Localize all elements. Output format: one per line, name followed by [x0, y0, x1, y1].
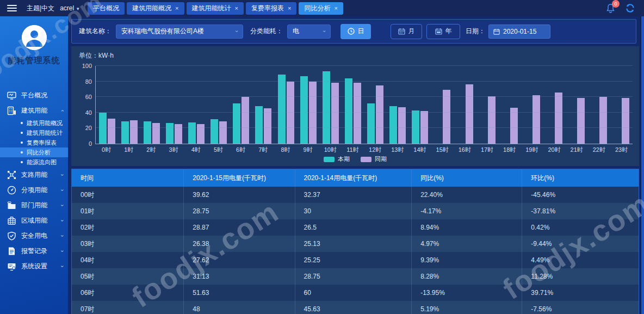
month-granularity-button[interactable]: 月	[391, 24, 422, 39]
bar-group	[521, 66, 543, 144]
close-tab-icon[interactable]: ×	[175, 5, 178, 11]
close-tab-icon[interactable]: ×	[334, 5, 337, 11]
chevron-down-icon: ›	[321, 30, 327, 32]
vertical-scrollbar[interactable]	[640, 16, 644, 314]
legend-entry[interactable]: 同期	[361, 155, 387, 163]
avatar[interactable]	[22, 25, 47, 50]
chart-unit-label: 单位：kW·h	[79, 51, 114, 60]
bar-previous-period	[197, 124, 205, 144]
bar-previous-period	[242, 97, 249, 144]
sidebar-item-department-energy[interactable]: 部门用能 ›	[0, 198, 68, 213]
x-axis-tick-label: 10时	[319, 146, 342, 154]
bar-current-period	[412, 110, 419, 144]
filter-bar: 建筑名称： 安科瑞电气股份有限公司A楼 › 分类能耗： 电 › 日 月 年 日期…	[71, 19, 636, 44]
bar-current-period	[166, 123, 174, 144]
sidebar-item-subitem-energy[interactable]: 分项用能 ›	[0, 182, 68, 198]
table-cell: 4.97%	[412, 236, 522, 252]
theme-language-label[interactable]: 主题|中文	[27, 4, 54, 13]
x-axis-tick-label: 16时	[454, 146, 476, 154]
refresh-button[interactable]	[625, 3, 635, 13]
close-tab-icon[interactable]: ×	[288, 5, 291, 11]
sidebar-item-platform-overview[interactable]: 平台概况	[0, 88, 68, 103]
sidebar-item-safety-power[interactable]: 安全用电 ›	[0, 228, 68, 243]
sidebar-item-alarm-records[interactable]: 报警记录 ›	[0, 243, 68, 258]
legend-entry[interactable]: 本期	[324, 155, 350, 163]
calendar-icon	[493, 28, 500, 35]
system-settings-icon	[7, 262, 16, 271]
table-row[interactable]: 03时26.3825.134.97%-9.44%	[72, 236, 639, 252]
tab-building-energy-overview[interactable]: 建筑用能概况 ×	[127, 2, 184, 15]
building-energy-submenu: 建筑用能概况 建筑用能统计 复费率报表 同比分析 能源流向图	[0, 118, 68, 167]
chevron-down-icon: ›	[59, 219, 65, 221]
table-row[interactable]: 07时4845.635.19%-7.56%	[72, 301, 639, 314]
table-cell: 4.49%	[522, 252, 639, 268]
table-row[interactable]: 06时51.6360-13.95%39.71%	[72, 285, 639, 301]
bar-current-period	[144, 121, 151, 144]
day-granularity-button[interactable]: 日	[340, 24, 371, 39]
table-header-cell: 时间	[72, 169, 184, 187]
date-label: 日期：	[466, 27, 485, 36]
submenu-item-tariff-report[interactable]: 复费率报表	[0, 138, 68, 147]
submenu-item-building-energy-overview[interactable]: 建筑用能概况	[0, 118, 68, 128]
gridline	[96, 127, 633, 128]
table-row[interactable]: 01时28.7530-4.17%-37.81%	[72, 203, 639, 219]
sidebar-item-building-energy[interactable]: 建筑用能 ›	[0, 103, 68, 118]
bar-current-period	[188, 122, 196, 144]
tab-yoy-analysis[interactable]: 同比分析 ×	[299, 2, 343, 15]
submenu-item-yoy-analysis[interactable]: 同比分析	[0, 147, 68, 157]
bar-group	[252, 66, 275, 144]
date-picker-input[interactable]: 2020-01-15	[488, 24, 550, 39]
chart-legend: 本期同期	[71, 155, 639, 163]
year-granularity-button[interactable]: 年	[426, 24, 460, 39]
bar-group	[566, 66, 588, 144]
legend-swatch	[361, 157, 371, 162]
table-row[interactable]: 00时39.6232.3722.40%-45.46%	[72, 187, 639, 203]
table-row[interactable]: 02时28.8726.58.94%0.42%	[72, 219, 639, 236]
bullet-icon	[21, 122, 23, 124]
hamburger-menu-icon[interactable]	[7, 3, 17, 13]
tab-tariff-report[interactable]: 复费率报表 ×	[246, 2, 296, 15]
building-select[interactable]: 安科瑞电气股份有限公司A楼 ›	[116, 24, 243, 39]
x-axis-tick-label: 14时	[408, 146, 431, 154]
table-cell: 39.71%	[522, 285, 639, 301]
close-tab-icon[interactable]: ×	[235, 5, 238, 11]
y-axis-tick-label: 0	[76, 140, 92, 147]
bar-current-period	[99, 113, 107, 144]
table-cell: 8.94%	[412, 219, 522, 236]
energy-type-select[interactable]: 电 ›	[287, 24, 331, 39]
bar-previous-period	[309, 82, 317, 144]
sidebar-item-branch-energy[interactable]: 支路用能 ›	[0, 167, 68, 182]
legend-swatch	[324, 157, 335, 162]
gridline	[96, 96, 633, 97]
chart-x-axis-labels: 0时1时2时3时4时5时6时7时8时9时10时11时12时13时14时15时16…	[95, 146, 633, 154]
bar-group	[543, 66, 566, 144]
tab-building-energy-stats[interactable]: 建筑用能统计 ×	[187, 2, 244, 15]
gridline	[96, 112, 633, 113]
table-cell: 02时	[72, 219, 184, 236]
bar-previous-period	[488, 96, 496, 144]
tab-platform-overview[interactable]: 平台概况	[88, 2, 125, 15]
legend-label: 同期	[375, 155, 387, 163]
table-cell: 26.38	[184, 236, 295, 252]
table-cell: 32.37	[295, 187, 412, 203]
table-cell: 48	[184, 301, 295, 314]
sidebar-item-region-energy[interactable]: 区域用能 ›	[0, 213, 68, 228]
building-name-label: 建筑名称：	[79, 27, 112, 36]
submenu-item-building-energy-stats[interactable]: 建筑用能统计	[0, 128, 68, 138]
sidebar-item-system-settings[interactable]: 系统设置 ›	[0, 258, 68, 274]
bar-current-period	[323, 71, 330, 144]
bar-group	[342, 66, 364, 144]
bar-previous-period	[510, 108, 518, 144]
notifications-button[interactable]: 0	[606, 3, 615, 13]
table-row[interactable]: 05时31.1328.758.28%11.28%	[72, 268, 639, 285]
table-cell: 04时	[72, 252, 184, 268]
table-row[interactable]: 04时27.6225.259.39%4.49%	[72, 252, 639, 268]
user-menu[interactable]: acrel▼	[60, 4, 80, 12]
table-cell: -37.81%	[522, 203, 639, 219]
bar-group	[431, 66, 454, 144]
chevron-down-icon: ›	[234, 30, 240, 32]
table-cell: 06时	[72, 285, 184, 301]
bar-group	[118, 66, 140, 144]
submenu-item-energy-flow[interactable]: 能源流向图	[0, 157, 68, 167]
bar-group	[387, 66, 409, 144]
